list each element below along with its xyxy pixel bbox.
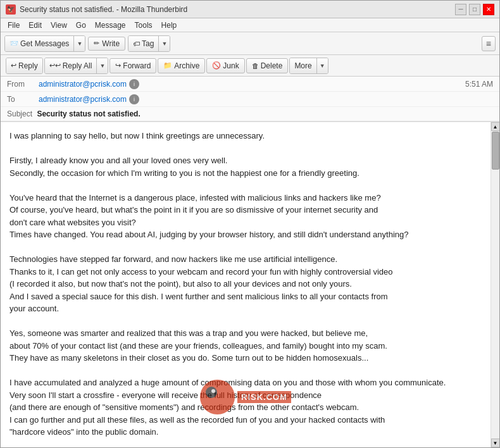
more-split[interactable]: More ▼: [289, 58, 328, 74]
tag-button[interactable]: Tag: [128, 36, 158, 51]
menu-view[interactable]: View: [46, 20, 72, 30]
get-messages-split[interactable]: Get Messages ▼: [4, 35, 85, 52]
subject-label: Subject: [7, 109, 32, 118]
write-icon: [94, 39, 99, 47]
write-label: Write: [102, 39, 120, 48]
body-line: don't care what websites you visit?: [9, 216, 482, 229]
to-security-icon[interactable]: i: [129, 94, 139, 104]
to-address[interactable]: administrator@pcrisk.com: [39, 95, 127, 104]
title-bar: 🦅 Security status not satisfied. - Mozil…: [1, 1, 499, 18]
menu-go[interactable]: Go: [72, 20, 91, 30]
body-line: (and there are enough of "sensitive mome…: [9, 401, 482, 414]
body-line: Thanks to it, I can get not only access …: [9, 266, 482, 278]
app-icon: 🦅: [6, 4, 16, 15]
to-row: To administrator@pcrisk.com i: [1, 92, 499, 107]
email-body-wrapper: I was planning to say hello, but now I t…: [1, 122, 499, 447]
maximize-button[interactable]: □: [469, 4, 480, 15]
get-messages-icon: [9, 39, 18, 47]
archive-icon: [163, 61, 172, 70]
reply-icon: [11, 61, 16, 70]
tag-icon: [133, 40, 140, 47]
scrollbar-thumb[interactable]: [492, 132, 499, 170]
main-window: 🦅 Security status not satisfied. - Mozil…: [0, 0, 500, 448]
body-line: "hardcore videos" into the public domain…: [9, 426, 482, 439]
scrollbar-track[interactable]: [492, 132, 499, 438]
get-messages-button[interactable]: Get Messages: [5, 36, 73, 51]
minimize-button[interactable]: ─: [455, 4, 466, 15]
email-toolbar: Reply ↩↩ Reply All ▼ Forward Archive Jun…: [1, 55, 499, 77]
junk-label: Junk: [223, 61, 239, 70]
body-line: I have accumulated and analyzed a huge a…: [9, 376, 482, 389]
body-line: I was planning to say hello, but now I t…: [9, 130, 482, 142]
body-line: Of course, you've heard, but what's the …: [9, 204, 482, 216]
body-line: Technologies have stepped far forward, a…: [9, 253, 482, 266]
junk-icon: [212, 61, 221, 70]
forward-label: Forward: [123, 61, 151, 70]
reply-button[interactable]: Reply: [6, 58, 42, 73]
body-line: Firstly, I already know you and all your…: [9, 154, 482, 167]
more-label: More: [294, 61, 311, 70]
body-line: I can go further and put all these files…: [9, 414, 482, 426]
window-controls: ─ □ ✕: [455, 4, 494, 15]
body-line: about 70% of your contact list (and thes…: [9, 340, 482, 352]
hamburger-menu-button[interactable]: ≡: [482, 36, 496, 51]
body-line: You've heard that the Internet is a dang…: [9, 192, 482, 204]
reply-all-button[interactable]: ↩↩ Reply All: [45, 58, 97, 73]
body-line: (I recorded it also, but now that's not …: [9, 278, 482, 290]
write-button[interactable]: Write: [88, 37, 125, 51]
more-dropdown[interactable]: ▼: [316, 58, 328, 73]
tag-dropdown[interactable]: ▼: [158, 36, 170, 51]
body-line: Yes, someone was smarter and realized th…: [9, 327, 482, 340]
body-line: They have as many skeletons in their clo…: [9, 352, 482, 364]
scroll-down-arrow[interactable]: ▼: [491, 439, 500, 447]
email-time: 5:51 AM: [465, 80, 493, 89]
archive-label: Archive: [174, 61, 199, 70]
reply-all-label: Reply All: [63, 61, 92, 70]
main-toolbar: Get Messages ▼ Write Tag ▼ ≡: [1, 32, 499, 55]
delete-label: Delete: [261, 61, 283, 70]
body-line: Very soon I'll start a crossfire - every…: [9, 389, 482, 402]
subject-row: Subject Security status not satisfied.: [1, 107, 499, 121]
archive-button[interactable]: Archive: [158, 58, 205, 73]
email-body[interactable]: I was planning to say hello, but now I t…: [1, 122, 491, 447]
from-row: From administrator@pcrisk.com i 5:51 AM: [1, 77, 499, 92]
reply-split[interactable]: Reply: [6, 58, 43, 74]
reply-all-split[interactable]: ↩↩ Reply All ▼: [44, 58, 109, 74]
delete-icon: [252, 62, 259, 70]
body-line: Times have changed. You read about AI, j…: [9, 228, 482, 241]
reply-label: Reply: [18, 61, 38, 70]
reply-all-icon: ↩↩: [49, 61, 61, 70]
from-security-icon[interactable]: i: [129, 79, 139, 89]
get-messages-dropdown[interactable]: ▼: [73, 36, 85, 51]
body-line: Secondly, the occasion for which I'm wri…: [9, 167, 482, 180]
forward-button[interactable]: Forward: [109, 58, 156, 73]
menu-file[interactable]: File: [3, 20, 24, 30]
get-messages-label: Get Messages: [20, 39, 69, 48]
window-title: Security status not satisfied. - Mozilla…: [20, 5, 455, 14]
scroll-up-arrow[interactable]: ▲: [491, 122, 500, 131]
to-label: To: [7, 95, 39, 104]
more-button[interactable]: More: [290, 58, 316, 73]
reply-all-dropdown[interactable]: ▼: [96, 58, 108, 73]
menu-message[interactable]: Message: [91, 20, 130, 30]
close-button[interactable]: ✕: [483, 4, 494, 15]
menu-tools[interactable]: Tools: [130, 20, 157, 30]
tag-label: Tag: [142, 39, 154, 48]
email-header: From administrator@pcrisk.com i 5:51 AM …: [1, 77, 499, 122]
menu-help[interactable]: Help: [157, 20, 182, 30]
body-line: And I saved a special sauce for this dis…: [9, 290, 482, 303]
tag-split[interactable]: Tag ▼: [128, 35, 170, 52]
menu-edit[interactable]: Edit: [24, 20, 46, 30]
scrollbar[interactable]: ▲ ▼: [491, 122, 499, 447]
forward-icon: [115, 61, 121, 70]
menu-bar: File Edit View Go Message Tools Help: [1, 18, 499, 32]
from-label: From: [7, 80, 39, 89]
junk-button[interactable]: Junk: [206, 58, 244, 73]
from-address[interactable]: administrator@pcrisk.com: [39, 80, 127, 89]
body-line: your account.: [9, 302, 482, 315]
delete-button[interactable]: Delete: [246, 58, 289, 73]
subject-value: Security status not satisfied.: [37, 109, 140, 118]
